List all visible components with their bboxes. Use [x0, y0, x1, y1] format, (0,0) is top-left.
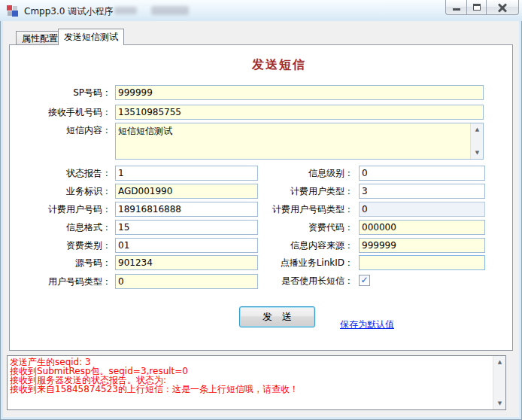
content-scrollbar[interactable]: ▲ ▼ — [470, 123, 483, 159]
log-line: 接收到来自15845874523的上行短信：这是一条上行短信哦，请查收！ — [10, 385, 490, 394]
form-title: 发送短信 — [0, 57, 522, 73]
msg-level-input[interactable] — [359, 166, 485, 181]
log-box[interactable]: 发送产生的seqid: 3 接收到SubmitResp包。seqid=3,res… — [7, 355, 506, 410]
scroll-down-icon[interactable]: ▼ — [493, 397, 506, 409]
msg-src-label: 信息内容来源： — [226, 238, 354, 253]
fee-number-label: 计费用户号码： — [6, 202, 111, 217]
minimize-icon — [453, 8, 460, 11]
sms-content-field: 短信短信测试 ▲ ▼ — [115, 123, 484, 160]
long-sms-checkbox[interactable]: ✓ — [359, 275, 370, 286]
scroll-down-icon[interactable]: ▼ — [471, 147, 484, 159]
sms-content-input[interactable]: 短信短信测试 — [116, 123, 470, 159]
status-report-label: 状态报告： — [6, 166, 111, 181]
save-as-default-link[interactable]: 保存为默认值 — [340, 318, 394, 331]
service-id-label: 业务标识： — [6, 184, 111, 199]
maximize-icon — [473, 4, 481, 11]
window-title: Cmpp3.0 调试小程序 — [24, 5, 113, 18]
redacted-smudge — [151, 6, 189, 15]
tab-property-config[interactable]: 属性配置 — [16, 31, 64, 45]
fee-type-label: 资费类别： — [6, 238, 111, 253]
close-icon — [498, 3, 507, 12]
redacted-smudge — [114, 7, 137, 14]
close-button[interactable] — [487, 0, 519, 15]
msg-level-label: 信息级别： — [226, 166, 354, 181]
app-icon — [7, 5, 19, 17]
log-lines: 发送产生的seqid: 3 接收到SubmitResp包。seqid=3,res… — [10, 358, 490, 394]
link-id-label: 点播业务LinkID： — [226, 255, 354, 270]
fee-number-type-label: 计费用户号码类型： — [226, 202, 354, 217]
recipient-phone-label: 接收手机号码： — [6, 105, 111, 120]
link-id-input[interactable] — [359, 255, 485, 270]
sp-number-label: SP号码： — [6, 85, 111, 100]
scroll-up-icon[interactable]: ▲ — [493, 356, 506, 368]
fee-user-type-label: 计费用户类型： — [226, 184, 354, 199]
log-scrollbar[interactable]: ▲ ▼ — [493, 356, 505, 409]
minimize-button[interactable] — [445, 0, 466, 15]
check-icon: ✓ — [360, 275, 368, 285]
sms-content-label: 短信内容： — [6, 123, 111, 138]
window-controls — [445, 0, 519, 15]
maximize-button[interactable] — [466, 0, 487, 15]
msg-src-input[interactable] — [359, 238, 485, 253]
recipient-phone-input[interactable] — [115, 105, 484, 120]
scroll-up-icon[interactable]: ▲ — [471, 123, 484, 135]
titlebar[interactable]: Cmpp3.0 调试小程序 — [0, 0, 522, 21]
fee-code-input[interactable] — [359, 220, 485, 235]
fee-code-label: 资费代码： — [226, 220, 354, 235]
fee-number-type-input[interactable] — [359, 202, 485, 217]
fee-user-type-input[interactable] — [359, 184, 485, 199]
long-sms-label: 是否使用长短信： — [226, 273, 354, 288]
send-button[interactable]: 发 送 — [239, 306, 315, 327]
sp-number-input[interactable] — [115, 85, 484, 100]
tab-send-sms-test[interactable]: 发送短信测试 — [58, 29, 124, 45]
src-number-label: 源号码： — [6, 255, 111, 270]
msg-format-label: 信息格式： — [6, 220, 111, 235]
app-window: Cmpp3.0 调试小程序 属性配置 发送短信测试 发送短信 SP号码： 接收手… — [0, 0, 522, 420]
user-number-type-label: 用户号码类型： — [6, 274, 111, 289]
